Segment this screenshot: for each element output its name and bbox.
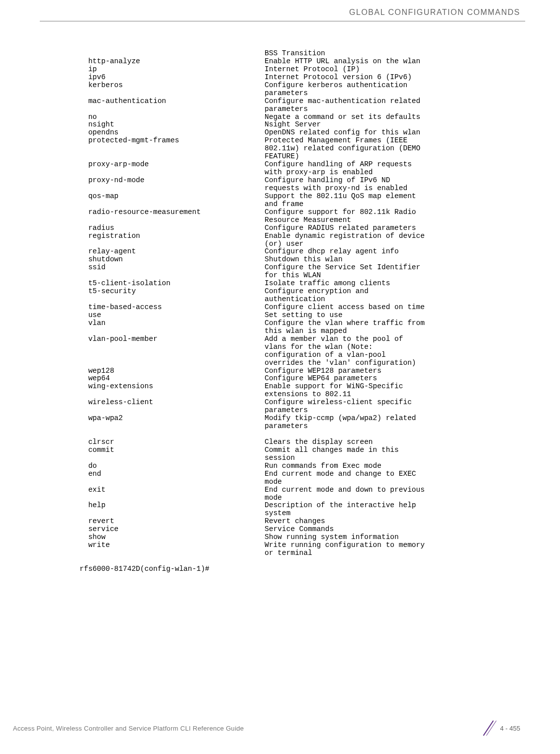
command-desc-cell: Shutdown this wlan <box>265 256 520 264</box>
command-desc-cell: Enable dynamic registration of device <box>265 232 520 240</box>
command-name-cell: service <box>80 526 265 534</box>
command-row: Resource Measurement <box>80 216 520 224</box>
command-row: wing-extensionsEnable support for WiNG-S… <box>80 383 520 391</box>
command-desc-cell: Configure client access based on time <box>265 304 520 312</box>
command-name-cell <box>80 549 265 557</box>
command-desc-cell: Description of the interactive help <box>265 502 520 510</box>
command-desc-cell: (or) user <box>265 240 520 248</box>
command-desc-cell: Add a member vlan to the pool of <box>265 335 520 343</box>
main-content: BSS Transition http-analyzeEnable HTTP U… <box>0 0 560 573</box>
command-name-cell: do <box>80 462 265 470</box>
command-name-cell <box>80 494 265 502</box>
command-row: parameters <box>80 407 520 415</box>
command-name-cell <box>80 272 265 280</box>
command-row: parameters <box>80 423 520 431</box>
command-desc-cell: Configure handling of ARP requests <box>265 161 520 169</box>
command-desc-cell: with proxy-arp is enabled <box>265 169 520 177</box>
command-row: shutdownShutdown this wlan <box>80 256 520 264</box>
command-desc-cell: Modify tkip-ccmp (wpa/wpa2) related <box>265 415 520 423</box>
command-desc-cell: Configure WEP64 parameters <box>265 375 520 383</box>
command-desc-cell: Configure dhcp relay agent info <box>265 248 520 256</box>
command-desc-cell: Enable support for WiNG-Specific <box>265 383 520 391</box>
command-name-cell <box>80 296 265 304</box>
command-name-cell: wpa-wpa2 <box>80 415 265 423</box>
command-desc-cell: Support the 802.11u QoS map element <box>265 193 520 201</box>
command-desc-cell: Internet Protocol (IP) <box>265 66 520 74</box>
command-row: this wlan is mapped <box>80 327 520 335</box>
command-desc-cell: vlans for the wlan (Note: <box>265 343 520 351</box>
command-row: or terminal <box>80 549 520 557</box>
command-name-cell <box>80 50 265 58</box>
command-row: relay-agentConfigure dhcp relay agent in… <box>80 248 520 256</box>
svg-line-0 <box>483 721 493 736</box>
command-name-cell <box>80 478 265 486</box>
command-row: (or) user <box>80 240 520 248</box>
command-name-cell <box>80 391 265 399</box>
command-desc-cell: 802.11w) related configuration (DEMO <box>265 145 520 153</box>
command-name-cell: time-based-access <box>80 304 265 312</box>
command-row: system <box>80 510 520 518</box>
command-desc-cell: Negate a command or set its defaults <box>265 113 520 121</box>
command-row: time-based-accessConfigure client access… <box>80 304 520 312</box>
command-row: showShow running system information <box>80 534 520 541</box>
command-row: parameters <box>80 90 520 98</box>
command-name-cell <box>80 343 265 351</box>
command-row: for this WLAN <box>80 272 520 280</box>
command-table: BSS Transition http-analyzeEnable HTTP U… <box>80 50 520 557</box>
command-desc-cell: OpenDNS related config for this wlan <box>265 129 520 137</box>
command-desc-cell: parameters <box>265 90 520 98</box>
command-desc-cell: for this WLAN <box>265 272 520 280</box>
command-desc-cell: Configure kerberos authentication <box>265 82 520 90</box>
command-row: noNegate a command or set its defaults <box>80 113 520 121</box>
command-row: clrscrClears the display screen <box>80 438 520 446</box>
command-name-cell <box>80 423 265 431</box>
command-desc-cell: Configure wireless-client specific <box>265 399 520 407</box>
command-row: wep64Configure WEP64 parameters <box>80 375 520 383</box>
command-desc-cell: Configure the vlan where traffic from <box>265 320 520 327</box>
command-row: radiusConfigure RADIUS related parameter… <box>80 224 520 232</box>
command-desc-cell: configuration of a vlan-pool <box>265 351 520 359</box>
command-desc-cell: Isolate traffic among clients <box>265 280 520 288</box>
command-name-cell <box>80 153 265 161</box>
command-row: opendnsOpenDNS related config for this w… <box>80 129 520 137</box>
command-desc-cell: Configure the Service Set Identifier <box>265 264 520 272</box>
command-row: proxy-arp-modeConfigure handling of ARP … <box>80 161 520 169</box>
command-row: commitCommit all changes made in this <box>80 446 520 454</box>
command-name-cell: radius <box>80 224 265 232</box>
command-name-cell: kerberos <box>80 82 265 90</box>
command-name-cell: ip <box>80 66 265 74</box>
command-row: t5-securityConfigure encryption and <box>80 288 520 296</box>
command-row: serviceService Commands <box>80 526 520 534</box>
command-row: wireless-clientConfigure wireless-client… <box>80 399 520 407</box>
command-name-cell: protected-mgmt-frames <box>80 137 265 145</box>
command-desc-cell: Configure WEP128 parameters <box>265 367 520 375</box>
command-desc-cell: Configure mac-authentication related <box>265 98 520 106</box>
page-header-title: GLOBAL CONFIGURATION COMMANDS <box>349 8 520 17</box>
command-row: and frame <box>80 201 520 209</box>
command-name-cell: qos-map <box>80 193 265 201</box>
command-desc-cell: session <box>265 454 520 462</box>
command-row: extensions to 802.11 <box>80 391 520 399</box>
command-row: radio-resource-measurementConfigure supp… <box>80 209 520 216</box>
command-row: mode <box>80 494 520 502</box>
command-row: writeWrite running configuration to memo… <box>80 541 520 549</box>
command-desc-cell: Configure handling of IPv6 ND <box>265 177 520 185</box>
command-desc-cell: authentication <box>265 296 520 304</box>
command-name-cell: use <box>80 312 265 320</box>
command-desc-cell: overrides the 'vlan' configuration) <box>265 359 520 367</box>
command-name-cell <box>80 327 265 335</box>
command-desc-cell: Run commands from Exec mode <box>265 462 520 470</box>
command-row: vlanConfigure the vlan where traffic fro… <box>80 320 520 327</box>
command-row: http-analyzeEnable HTTP URL analysis on … <box>80 58 520 66</box>
command-name-cell: clrscr <box>80 438 265 446</box>
command-desc-cell: Clears the display screen <box>265 438 520 446</box>
command-desc-cell: mode <box>265 494 520 502</box>
command-name-cell: opendns <box>80 129 265 137</box>
command-name-cell <box>80 185 265 193</box>
header-divider <box>40 21 525 21</box>
command-name-cell: mac-authentication <box>80 98 265 106</box>
command-row: revertRevert changes <box>80 518 520 526</box>
command-name-cell: wep64 <box>80 375 265 383</box>
command-row: endEnd current mode and change to EXEC <box>80 470 520 478</box>
command-row <box>80 431 520 438</box>
